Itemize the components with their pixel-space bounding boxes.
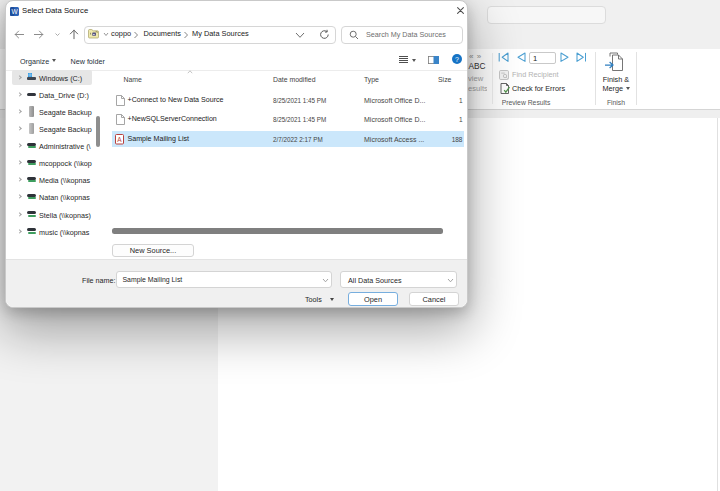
svg-text:W: W <box>11 8 18 15</box>
svg-text:A: A <box>117 135 122 142</box>
svg-text:?: ? <box>455 56 459 63</box>
